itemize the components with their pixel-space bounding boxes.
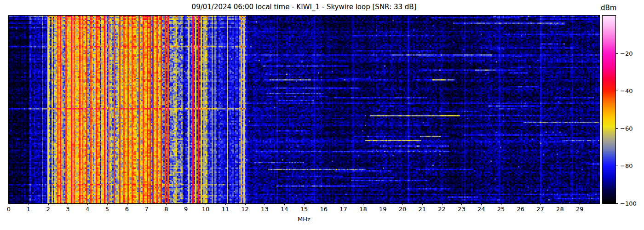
x-tick-mark [225,203,226,205]
x-tick-label: 8 [164,206,168,213]
x-tick-label: 16 [320,206,328,213]
x-tick-mark [540,203,541,205]
figure-title: 09/01/2024 06:00 local time - KIWI_1 - S… [9,3,599,11]
x-tick-label: 18 [359,206,367,213]
x-tick-label: 6 [125,206,129,213]
colorbar-tick-mark [616,91,618,91]
x-tick-mark [166,203,167,205]
x-tick-mark [580,203,580,205]
x-tick-label: 22 [438,206,446,213]
x-tick-label: 17 [339,206,347,213]
colorbar-tick-mark [616,166,618,166]
x-tick-label: 4 [86,206,89,213]
x-tick-mark [127,203,127,205]
colorbar-tick-mark [616,128,618,129]
colorbar-tick-label: −20 [620,50,632,57]
colorbar-canvas [602,15,616,204]
x-tick-mark [9,203,9,205]
x-tick-mark [284,203,285,205]
spectrogram-figure: 09/01/2024 06:00 local time - KIWI_1 - S… [0,0,644,230]
x-tick-mark [402,203,403,205]
x-tick-mark [363,203,363,205]
x-tick-label: 27 [536,206,544,213]
x-tick-label: 23 [458,206,466,213]
colorbar-tick-label: −80 [620,162,632,169]
x-tick-label: 0 [7,206,11,213]
x-tick-mark [324,203,324,205]
x-tick-label: 7 [144,206,148,213]
colorbar-tick-label: −100 [620,200,637,207]
x-axis-title: MHz [9,216,599,223]
x-tick-mark [521,203,521,205]
spectrogram-canvas [8,15,600,204]
x-tick-label: 20 [399,206,407,213]
x-tick-mark [461,203,462,205]
x-tick-label: 5 [105,206,109,213]
x-tick-mark [264,203,265,205]
x-tick-mark [344,203,344,205]
colorbar-tick-label: −60 [620,125,632,132]
x-tick-mark [245,203,246,205]
x-tick-mark [206,203,206,205]
x-tick-label: 12 [241,206,249,213]
x-tick-mark [147,203,147,205]
x-tick-label: 28 [556,206,564,213]
x-tick-mark [48,203,49,205]
x-tick-mark [383,203,383,205]
x-tick-label: 26 [517,206,525,213]
x-tick-label: 14 [281,206,288,213]
x-tick-mark [501,203,501,205]
x-tick-label: 1 [27,206,30,213]
x-tick-label: 9 [184,206,188,213]
x-tick-mark [422,203,423,205]
x-tick-mark [29,203,29,205]
x-tick-label: 11 [222,206,230,213]
x-tick-label: 13 [261,206,269,213]
colorbar-tick-mark [616,53,618,54]
x-tick-mark [186,203,186,205]
x-tick-label: 15 [300,206,308,213]
colorbar-label: dBm [601,4,621,12]
x-tick-label: 3 [66,206,69,213]
x-tick-mark [68,203,68,205]
x-tick-mark [87,203,88,205]
x-tick-label: 2 [46,206,50,213]
x-tick-label: 19 [379,206,387,213]
x-tick-label: 25 [497,206,505,213]
x-tick-label: 21 [419,206,426,213]
x-tick-mark [107,203,108,205]
x-tick-label: 24 [477,206,485,213]
colorbar-tick-label: −40 [620,87,632,94]
x-tick-mark [560,203,560,205]
colorbar-tick-mark [616,203,618,204]
x-tick-mark [481,203,482,205]
x-tick-label: 10 [202,206,210,213]
x-tick-mark [304,203,305,205]
x-tick-mark [442,203,443,205]
x-tick-label: 29 [576,206,584,213]
